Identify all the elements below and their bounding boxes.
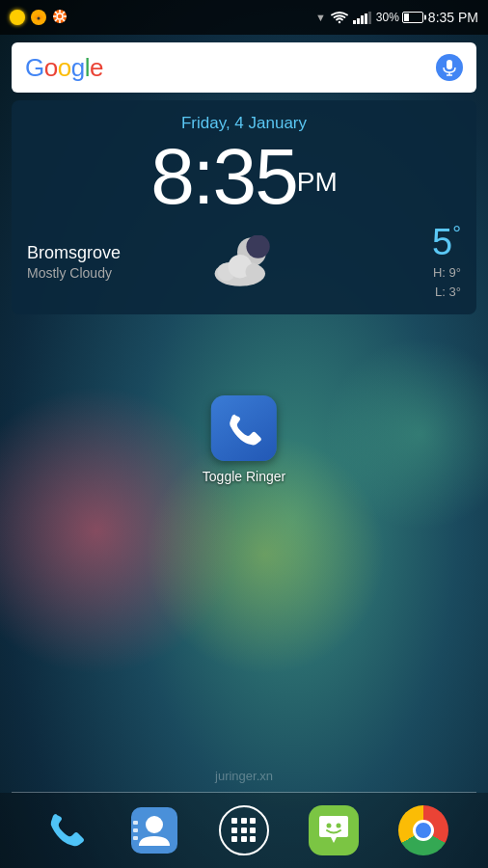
notification-icon: ▼ — [315, 12, 326, 23]
wifi-badge-icon — [31, 10, 46, 25]
status-bar: ▼ 30% 8:35 PM — [0, 0, 488, 35]
status-left-icons — [10, 9, 68, 27]
svg-point-26 — [337, 824, 341, 828]
dock-phone-icon[interactable] — [40, 805, 90, 855]
weather-widget[interactable]: Friday, 4 January 8:35PM Bromsgrove Most… — [12, 100, 476, 314]
signal-icon — [353, 11, 371, 24]
toggle-ringer-label: Toggle Ringer — [203, 469, 285, 484]
svg-point-15 — [246, 235, 269, 258]
svg-point-19 — [245, 263, 261, 280]
location-name: Bromsgrove — [27, 243, 205, 263]
dock-apps-icon[interactable] — [219, 805, 269, 855]
weather-condition: Mostly Cloudy — [27, 265, 205, 281]
weather-icon — [205, 235, 283, 288]
svg-rect-23 — [133, 828, 138, 832]
sun-icon — [10, 10, 25, 25]
app-icon[interactable] — [211, 395, 277, 461]
dock-phone[interactable] — [40, 805, 90, 855]
cloud-moon-svg — [208, 235, 281, 288]
svg-point-0 — [38, 17, 41, 20]
dock-messaging-icon[interactable] — [309, 805, 359, 855]
widget-date: Friday, 4 January — [27, 114, 461, 133]
apps-grid — [231, 818, 257, 843]
temperature-area: 5° H: 9° L: 3° — [283, 222, 461, 301]
watermark: juringer.xn — [215, 769, 273, 783]
svg-rect-24 — [133, 836, 138, 840]
dock-chrome[interactable] — [398, 805, 448, 855]
battery-indicator: 30% — [376, 11, 423, 24]
search-bar[interactable]: Google — [12, 42, 476, 93]
dock-messaging[interactable] — [309, 805, 359, 855]
dock-contacts[interactable] — [129, 805, 179, 855]
status-right-icons: ▼ 30% 8:35 PM — [315, 10, 478, 25]
svg-point-25 — [327, 824, 332, 828]
phone-icon — [226, 410, 262, 447]
status-time: 8:35 PM — [428, 10, 478, 25]
wifi-icon — [331, 11, 348, 24]
google-logo: Google — [25, 53, 103, 83]
battery-icon — [402, 12, 423, 23]
toggle-ringer-app[interactable]: Toggle Ringer — [203, 395, 285, 484]
weather-location: Bromsgrove Mostly Cloudy — [27, 243, 205, 281]
battery-percent: 30% — [376, 11, 399, 24]
dock-chrome-icon[interactable] — [398, 805, 448, 855]
temperature-main: 5° — [432, 222, 461, 263]
dock-apps[interactable] — [219, 805, 269, 855]
mic-button[interactable] — [436, 54, 463, 81]
svg-rect-11 — [447, 60, 452, 69]
temp-hi-lo: H: 9° L: 3° — [433, 263, 461, 301]
svg-rect-22 — [133, 821, 138, 825]
svg-point-21 — [146, 816, 163, 833]
dock — [0, 793, 488, 868]
gear-icon — [52, 9, 68, 27]
widget-time: 8:35PM — [27, 137, 461, 216]
dock-contacts-icon[interactable] — [129, 805, 179, 855]
